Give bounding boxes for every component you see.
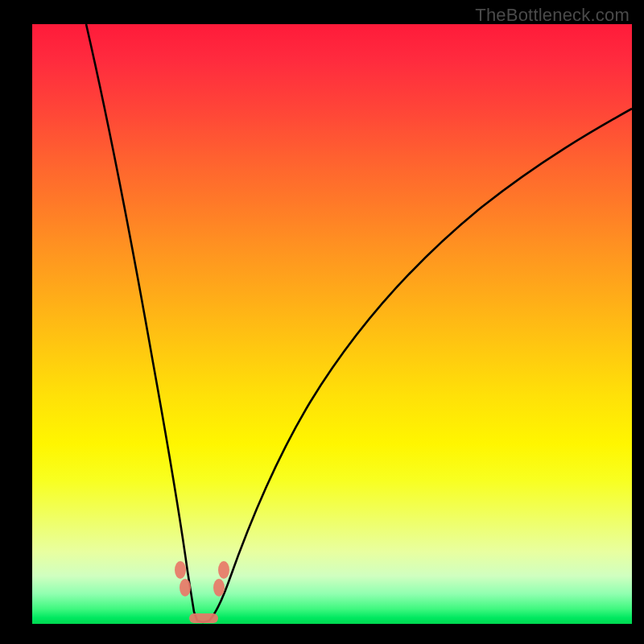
- left-curve: [86, 24, 203, 622]
- marker-right-top: [218, 561, 229, 579]
- chart-plot-area: [32, 24, 632, 624]
- chart-svg-layer: [32, 24, 632, 624]
- marker-right-bottom: [213, 579, 225, 597]
- marker-valley: [189, 613, 218, 623]
- watermark-text: TheBottleneck.com: [475, 5, 630, 26]
- marker-left-top: [175, 561, 186, 579]
- marker-left-bottom: [180, 579, 191, 597]
- right-curve: [203, 109, 632, 622]
